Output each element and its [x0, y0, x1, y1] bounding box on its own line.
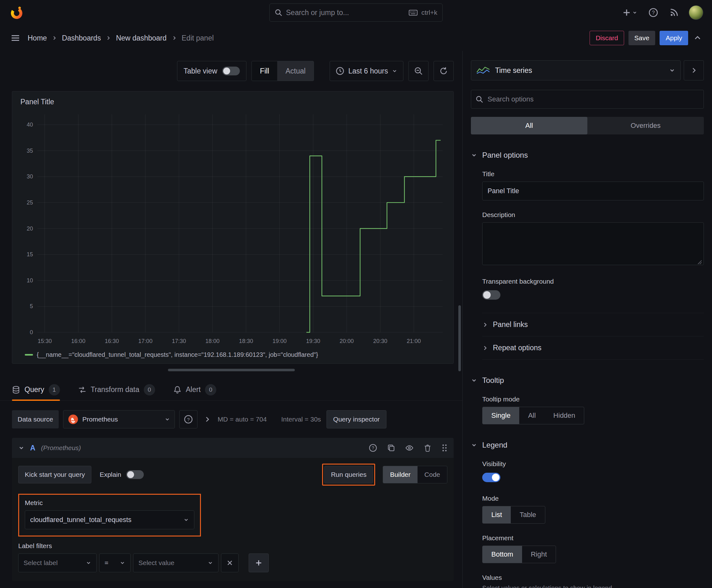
max-data-points-summary: MD = auto = 704: [218, 416, 266, 423]
legend-series-label[interactable]: {__name__="cloudflared_tunnel_total_requ…: [37, 351, 318, 358]
description-textarea[interactable]: [482, 223, 704, 265]
menu-button[interactable]: [9, 32, 21, 44]
duplicate-query-button[interactable]: [387, 444, 395, 452]
panel-resize-handle[interactable]: [168, 369, 295, 371]
legend-bottom-option[interactable]: Bottom: [482, 546, 522, 563]
transparent-background-switch[interactable]: [482, 290, 500, 300]
news-button[interactable]: [668, 6, 680, 19]
add-filter-button[interactable]: [249, 553, 269, 572]
visualization-picker[interactable]: Time series: [471, 60, 681, 80]
explain-switch[interactable]: [126, 470, 144, 479]
metric-select[interactable]: cloudflared_tunnel_total_requests: [25, 510, 194, 529]
chevron-down-icon[interactable]: [18, 445, 24, 451]
tab-alert-count: 0: [205, 384, 216, 396]
table-view-switch[interactable]: [222, 67, 240, 76]
broadcast-icon: [669, 8, 679, 17]
operator-dropdown[interactable]: =: [99, 553, 131, 572]
scrollbar-thumb[interactable]: [458, 305, 461, 371]
delete-query-button[interactable]: [424, 444, 432, 452]
builder-option[interactable]: Builder: [383, 466, 417, 483]
search-input[interactable]: [286, 8, 405, 17]
tab-query[interactable]: Query 1: [12, 379, 60, 400]
new-button[interactable]: [621, 7, 639, 18]
query-options-summary[interactable]: MD = auto = 704 Interval = 30s: [218, 416, 321, 423]
table-view-toggle[interactable]: Table view: [177, 61, 246, 81]
fill-option[interactable]: Fill: [252, 61, 277, 81]
zoom-out-button[interactable]: [408, 61, 429, 81]
save-button[interactable]: Save: [628, 31, 655, 45]
user-avatar[interactable]: [689, 5, 703, 20]
chevron-down-icon: [471, 152, 477, 158]
datasource-help-button[interactable]: ?: [179, 410, 197, 428]
panel-title-input[interactable]: [482, 182, 704, 201]
breadcrumb-home[interactable]: Home: [28, 34, 47, 42]
datasource-picker[interactable]: Prometheus: [63, 410, 175, 428]
breadcrumb-new-dashboard[interactable]: New dashboard: [116, 34, 166, 42]
legend-right-option[interactable]: Right: [522, 546, 556, 563]
tab-transform-data[interactable]: Transform data 0: [78, 379, 155, 400]
tab-query-label: Query: [24, 385, 44, 394]
tab-alert[interactable]: Alert 0: [173, 379, 216, 400]
run-queries-button[interactable]: Run queries: [324, 466, 373, 483]
datasource-label: Data source: [12, 410, 59, 428]
query-inspector-button[interactable]: Query inspector: [326, 410, 386, 428]
tooltip-all-option[interactable]: All: [519, 407, 544, 424]
grafana-logo-icon[interactable]: [9, 5, 24, 20]
svg-text:20: 20: [27, 226, 33, 232]
plus-icon: [623, 8, 631, 17]
toggle-viz-picker-button[interactable]: [684, 60, 704, 80]
kick-start-query-button[interactable]: Kick start your query: [18, 466, 91, 483]
chevron-right-icon: [482, 345, 488, 351]
query-row-card: A (Prometheus) ? Kick start your query: [12, 438, 454, 581]
query-help-button[interactable]: ?: [369, 444, 377, 452]
search-shortcut: ctrl+k: [421, 9, 437, 16]
plus-icon: [255, 560, 262, 566]
panel-title[interactable]: Panel Title: [18, 96, 448, 109]
apply-button[interactable]: Apply: [660, 31, 688, 45]
legend-mode-radio: List Table: [482, 506, 545, 524]
tooltip-header[interactable]: Tooltip: [471, 376, 704, 385]
legend-list-option[interactable]: List: [482, 506, 511, 523]
label-filters-section: Label filters Select label =: [18, 542, 447, 572]
query-ref-id[interactable]: A: [30, 444, 36, 452]
legend-visibility-switch[interactable]: [482, 473, 500, 482]
repeat-options-collapsible[interactable]: Repeat options: [482, 336, 704, 359]
refresh-button[interactable]: [434, 61, 454, 81]
panel-links-collapsible[interactable]: Panel links: [482, 313, 704, 336]
options-search[interactable]: [471, 90, 704, 109]
select-label-dropdown[interactable]: Select label: [18, 553, 97, 572]
angle-right-icon[interactable]: [204, 416, 211, 423]
metric-highlight: Metric cloudflared_tunnel_total_requests: [18, 494, 201, 537]
actual-option[interactable]: Actual: [277, 61, 314, 81]
toggle-visibility-button[interactable]: [405, 444, 413, 452]
breadcrumb-dashboards[interactable]: Dashboards: [62, 34, 101, 42]
panel-options-header[interactable]: Panel options: [471, 151, 704, 160]
svg-text:0: 0: [30, 329, 33, 335]
edit-panel-content: Table view Fill Actual Last 6 hours: [0, 51, 712, 588]
remove-filter-button[interactable]: [221, 553, 239, 572]
tab-overrides[interactable]: Overrides: [587, 117, 704, 134]
drag-query-handle[interactable]: [442, 444, 447, 452]
legend-placement-radio: Bottom Right: [482, 546, 556, 563]
help-button[interactable]: ?: [647, 6, 659, 19]
legend-header[interactable]: Legend: [471, 441, 704, 449]
resize-grip-icon[interactable]: [697, 260, 702, 265]
options-search-input[interactable]: [488, 95, 699, 103]
discard-button[interactable]: Discard: [589, 31, 624, 45]
tab-all[interactable]: All: [471, 117, 587, 134]
select-value-dropdown[interactable]: Select value: [133, 553, 218, 572]
chevron-down-icon: [165, 417, 170, 422]
select-label-placeholder: Select label: [24, 559, 58, 567]
top-search[interactable]: ctrl+k: [269, 3, 443, 22]
svg-text:16:30: 16:30: [105, 338, 119, 344]
query-row-header[interactable]: A (Prometheus) ?: [12, 438, 454, 458]
tooltip-single-option[interactable]: Single: [482, 407, 519, 424]
time-series-chart[interactable]: 051015202530354015:3016:0016:3017:0017:3…: [18, 109, 448, 348]
collapse-button[interactable]: [693, 33, 703, 43]
time-range-picker[interactable]: Last 6 hours: [330, 61, 404, 81]
legend-table-option[interactable]: Table: [511, 506, 545, 523]
chevron-right-icon: [52, 36, 57, 41]
tooltip-hidden-option[interactable]: Hidden: [545, 407, 584, 424]
code-option[interactable]: Code: [417, 466, 447, 483]
chevron-down-icon: [208, 560, 213, 566]
